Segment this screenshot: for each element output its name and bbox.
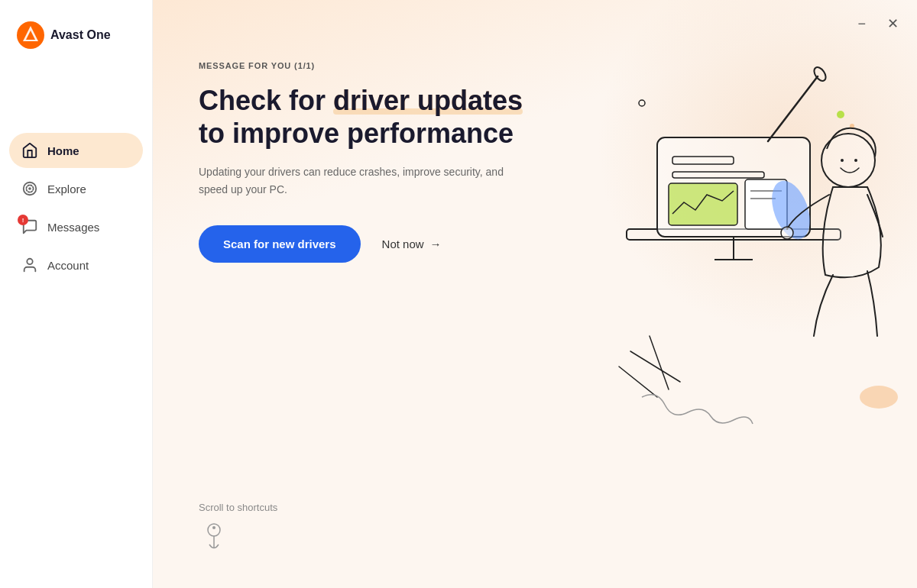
sidebar-item-label: Account (47, 259, 89, 272)
svg-point-27 (854, 159, 857, 162)
headline-highlight: driver updates (333, 85, 523, 116)
hero-content: MESSAGE FOR YOU (1/1) Check for driver u… (153, 0, 734, 293)
svg-point-25 (781, 227, 793, 239)
explore-icon (21, 180, 38, 197)
subtext: Updating your drivers can reduce crashes… (199, 163, 520, 198)
main-content: − ✕ MESSAGE FOR YOU (1/1) Check for driv… (153, 0, 917, 588)
sidebar-item-label: Explore (47, 183, 86, 195)
messages-badge: ! (18, 215, 28, 225)
window-controls: − ✕ (854, 14, 902, 34)
scroll-hint-text: Scroll to shortcuts (199, 502, 277, 513)
not-now-button[interactable]: Not now → (382, 237, 442, 250)
svg-point-31 (860, 386, 898, 409)
sidebar: Avast One Home Explore ! (0, 0, 153, 588)
svg-line-28 (630, 351, 680, 382)
close-button[interactable]: ✕ (884, 14, 902, 34)
action-buttons: Scan for new drivers Not now → (199, 225, 688, 263)
svg-point-26 (841, 159, 844, 162)
svg-point-5 (208, 524, 220, 536)
svg-point-22 (837, 111, 844, 118)
scroll-icon (199, 519, 229, 565)
sidebar-item-messages[interactable]: ! Messages (9, 209, 143, 244)
sidebar-item-label: Messages (47, 221, 99, 234)
message-label: MESSAGE FOR YOU (1/1) (199, 61, 688, 70)
svg-line-29 (650, 336, 669, 389)
sidebar-item-explore[interactable]: Explore (9, 171, 143, 206)
avast-logo-icon (17, 21, 44, 49)
sidebar-item-account[interactable]: Account (9, 247, 143, 283)
logo-area: Avast One (9, 15, 143, 72)
svg-point-2 (29, 188, 31, 189)
headline-part2: to improve performance (199, 118, 514, 149)
headline-part1: Check for (199, 85, 333, 116)
account-icon (21, 257, 38, 273)
nav-menu: Home Explore ! Messages A (9, 133, 143, 283)
svg-point-7 (212, 526, 215, 529)
sidebar-item-home[interactable]: Home (9, 133, 143, 168)
minimize-button[interactable]: − (854, 14, 869, 34)
sidebar-item-label: Home (47, 144, 79, 157)
scroll-hint: Scroll to shortcuts (199, 502, 277, 565)
svg-line-30 (619, 367, 657, 397)
app-name: Avast One (50, 28, 111, 42)
arrow-icon: → (430, 237, 442, 250)
svg-point-4 (27, 259, 32, 264)
home-icon (21, 142, 38, 159)
headline: Check for driver updatesto improve perfo… (199, 84, 688, 150)
scan-drivers-button[interactable]: Scan for new drivers (199, 225, 361, 263)
svg-line-19 (768, 76, 818, 141)
